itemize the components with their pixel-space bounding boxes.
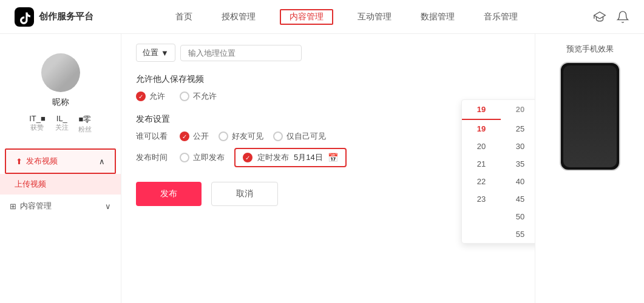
avatar-area: 昵称 IT_■ 获赞 IL_ 关注 ■零 粉丝 — [0, 44, 121, 141]
allow-save-title: 允许他人保存视频 — [136, 74, 520, 85]
phone-screen — [563, 65, 617, 167]
friends-label: 好友可见 — [232, 131, 263, 142]
hour-col-header[interactable]: 19 — [462, 100, 501, 120]
disallow-radio — [180, 92, 189, 101]
hour-cell-20[interactable]: 20 — [462, 138, 501, 155]
stat-likes: IT_■ 获赞 — [29, 114, 46, 134]
friends-radio — [219, 132, 228, 141]
nav-content[interactable]: 内容管理 — [280, 9, 333, 25]
visible-label: 谁可以看 — [136, 131, 170, 142]
stat-following: IL_ 关注 — [55, 114, 69, 134]
phone-preview — [560, 62, 620, 171]
minute-cell-25[interactable]: 25 — [501, 120, 535, 138]
main-content: 位置 ▼ 允许他人保存视频 允许 不允许 发布设置 — [121, 34, 535, 303]
disallow-label: 不允许 — [193, 91, 217, 102]
logo-text: 创作服务平台 — [39, 11, 93, 22]
nav-home[interactable]: 首页 — [171, 9, 197, 25]
username: 昵称 — [52, 97, 69, 108]
preview-title: 预览手机效果 — [566, 44, 614, 55]
location-select[interactable]: 位置 ▼ — [136, 44, 175, 62]
likes-num: IT_■ — [29, 114, 46, 123]
avatar — [41, 53, 80, 92]
sidebar-menu: ⬆ 发布视频 ∧ 上传视频 ⊞ 内容管理 ∨ — [0, 148, 121, 218]
following-label: 关注 — [55, 123, 69, 132]
publish-button[interactable]: 发布 — [136, 182, 202, 206]
chevron-down-icon: ∨ — [105, 202, 111, 211]
grid-icon: ⊞ — [10, 202, 16, 211]
visible-options: 公开 好友可见 仅自己可见 — [180, 131, 326, 142]
main-nav: 首页 授权管理 内容管理 互动管理 数据管理 音乐管理 — [124, 9, 569, 25]
header-right — [593, 10, 629, 24]
schedule-radio — [243, 153, 253, 162]
right-panel: 预览手机效果 — [535, 34, 644, 303]
immediate-radio — [180, 153, 189, 162]
private-option[interactable]: 仅自己可见 — [273, 131, 326, 142]
location-row: 位置 ▼ — [136, 44, 520, 62]
nav-interact[interactable]: 互动管理 — [353, 9, 396, 25]
public-radio — [180, 132, 189, 141]
calendar-icon[interactable]: 📅 — [328, 153, 338, 162]
likes-label: 获赞 — [30, 123, 44, 132]
logo-area: 创作服务平台 — [15, 7, 100, 27]
hour-cell-22[interactable]: 22 — [462, 173, 501, 190]
nav-auth[interactable]: 授权管理 — [217, 9, 260, 25]
private-radio — [273, 132, 283, 141]
hour-cell-21[interactable]: 21 — [462, 155, 501, 173]
hour-cell-19[interactable]: 19 — [462, 120, 501, 138]
schedule-date: 5月14日 — [294, 152, 323, 163]
time-rows: 19 20 21 22 23 25 30 35 40 45 50 55 — [462, 120, 535, 243]
minute-cell-45[interactable]: 45 — [501, 190, 535, 208]
sidebar-item-content[interactable]: ⊞ 内容管理 ∨ — [0, 195, 121, 218]
allow-radio-checked — [136, 92, 146, 101]
time-dropdown: 19 20 19 20 21 22 23 25 30 35 40 45 50 — [461, 99, 535, 244]
allow-option[interactable]: 允许 — [136, 91, 165, 102]
minute-col: 25 30 35 40 45 50 55 — [501, 120, 535, 243]
bell-icon[interactable] — [616, 10, 629, 24]
nav-data[interactable]: 数据管理 — [416, 9, 459, 25]
location-select-arrow: ▼ — [161, 48, 169, 58]
minute-col-header[interactable]: 20 — [501, 100, 535, 120]
time-label: 发布时间 — [136, 152, 170, 163]
fans-num: ■零 — [78, 114, 91, 125]
chevron-up-icon: ∧ — [99, 157, 105, 166]
sidebar-item-upload-video[interactable]: 上传视频 — [0, 174, 121, 195]
stats-row: IT_■ 获赞 IL_ 关注 ■零 粉丝 — [19, 114, 101, 134]
stat-fans: ■零 粉丝 — [78, 114, 92, 134]
minute-cell-50[interactable]: 50 — [501, 208, 535, 225]
immediate-option[interactable]: 立即发布 — [180, 152, 225, 163]
schedule-option-box[interactable]: 定时发布 5月14日 📅 — [234, 148, 347, 167]
upload-icon: ⬆ — [16, 157, 22, 166]
location-select-label: 位置 — [143, 47, 158, 58]
following-num: IL_ — [56, 114, 67, 123]
nav-music[interactable]: 音乐管理 — [479, 9, 523, 25]
disallow-option[interactable]: 不允许 — [180, 91, 217, 102]
minute-cell-55[interactable]: 55 — [501, 225, 535, 243]
time-dropdown-header: 19 20 — [462, 100, 535, 120]
allow-save-section: 允许他人保存视频 允许 不允许 — [136, 74, 520, 102]
publish-label: ⬆ 发布视频 — [16, 156, 58, 167]
content-text: 内容管理 — [20, 201, 52, 211]
sidebar-item-publish[interactable]: ⬆ 发布视频 ∧ — [5, 148, 116, 174]
cancel-button[interactable]: 取消 — [211, 182, 278, 206]
schedule-label: 定时发布 — [257, 152, 289, 163]
hour-col: 19 20 21 22 23 — [462, 120, 501, 243]
immediate-label: 立即发布 — [193, 152, 225, 163]
tiktok-logo-icon — [15, 7, 34, 27]
fans-label: 粉丝 — [78, 125, 92, 134]
public-option[interactable]: 公开 — [180, 131, 209, 142]
friends-option[interactable]: 好友可见 — [219, 131, 263, 142]
public-label: 公开 — [193, 131, 209, 142]
minute-cell-30[interactable]: 30 — [501, 138, 535, 155]
allow-label: 允许 — [149, 91, 165, 102]
minute-cell-40[interactable]: 40 — [501, 173, 535, 190]
location-input[interactable] — [180, 45, 302, 61]
hour-cell-23[interactable]: 23 — [462, 190, 501, 208]
minute-cell-35[interactable]: 35 — [501, 155, 535, 173]
hat-icon[interactable] — [593, 10, 606, 24]
sidebar: 昵称 IT_■ 获赞 IL_ 关注 ■零 粉丝 ⬆ — [0, 34, 121, 303]
publish-text: 发布视频 — [26, 156, 58, 167]
private-label: 仅自己可见 — [286, 131, 326, 142]
